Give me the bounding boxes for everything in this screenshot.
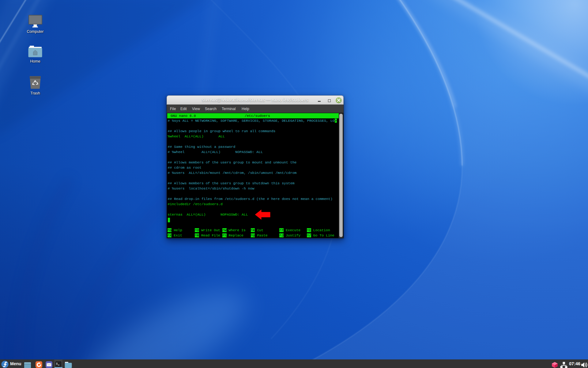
svg-text:$: $ [56, 362, 58, 366]
